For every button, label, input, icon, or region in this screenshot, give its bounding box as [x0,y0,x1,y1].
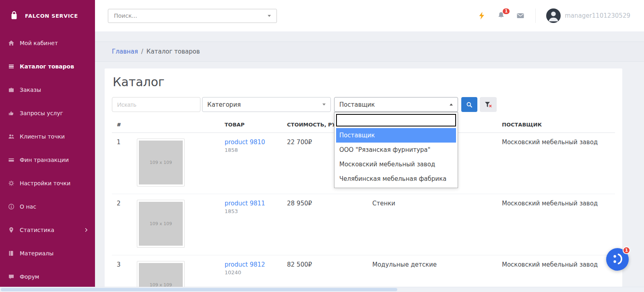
main-content: Главная / Каталог товаров Каталог Катего… [95,31,644,292]
product-link[interactable]: product 9812 [225,261,265,268]
global-search-placeholder: Поиск... [114,12,137,19]
messages-envelope-icon[interactable] [516,11,525,20]
dropdown-option[interactable]: Поставщик [336,128,456,143]
global-search-select[interactable]: Поиск... [108,9,277,23]
sidebar-item-about[interactable]: О нас [0,195,95,218]
supplier-dropdown-options: Поставщик ООО "Рязанская фурнитура" Моск… [336,128,456,186]
product-image[interactable]: 109 x 109 [137,200,185,248]
topbar-divider [535,8,536,23]
supplier-select[interactable]: Поставщик [334,97,458,112]
product-link[interactable]: product 9810 [225,139,265,146]
supplier-dropdown-search-input[interactable] [336,114,456,126]
row-num: 1 [112,133,132,194]
catalog-search-input[interactable] [112,97,200,112]
dropdown-option[interactable]: Челябинская мебельная фабрика [336,172,456,186]
topbar: Поиск... 1 manager1101230529 [95,0,644,31]
supplier-select-value: Поставщик [339,101,375,108]
category-select-value: Категория [207,101,241,108]
sidebar-item-label: Форум [20,273,39,280]
horizontal-scrollbar-thumb[interactable] [1,288,397,291]
apply-filters-button[interactable] [461,97,477,112]
catalog-card: Каталог Категория Поставщик Поставщи [105,68,622,292]
gear-icon [8,180,14,186]
product-price: 28 950₽ [282,194,367,255]
lightning-icon[interactable] [477,11,486,20]
users-icon [8,133,14,140]
sidebar-nav: Мой кабинет Каталог товаров Заказы Запро… [0,31,95,288]
book-icon [8,250,14,257]
pin-icon [8,227,14,233]
sidebar-item-label: Фин транзакции [20,157,69,163]
notifications-badge: 1 [503,8,510,14]
sidebar-item-label: Настройки точки [20,180,70,186]
filter-clear-icon [485,101,492,108]
sidebar-item-label: Материалы [20,250,54,257]
category-select[interactable]: Категория [202,97,331,112]
username: manager1101230529 [565,12,630,19]
column-header-supplier: ПОСТАВЩИК [497,117,615,133]
sidebar-item-statistics[interactable]: Статистика [0,218,95,242]
column-header-image [132,117,220,133]
briefcase-icon [8,87,14,93]
column-header-num: # [112,117,132,133]
table-row: 2 109 x 109 product 98111853 28 950₽ Сте… [112,194,615,255]
breadcrumb-current: Каталог товаров [147,48,200,55]
image-placeholder: 109 x 109 [139,141,183,184]
sidebar-item-label: Статистика [20,227,54,233]
sidebar-item-my-cabinet[interactable]: Мой кабинет [0,31,95,55]
catalog-filters: Категория Поставщик Поставщик ООО "Рязан… [112,97,615,112]
sidebar-item-forum[interactable]: Форум [0,265,95,288]
chevron-up-icon [450,104,453,106]
info-icon [8,203,14,210]
breadcrumb: Главная / Каталог товаров [95,41,644,62]
sidebar-item-label: Клиенты точки [20,133,65,140]
chat-widget-badge: 1 [623,246,630,254]
product-image[interactable]: 109 x 109 [137,139,185,186]
chevron-down-icon [322,104,326,106]
sidebar-item-materials[interactable]: Материалы [0,242,95,265]
sidebar-item-label: Заказы [20,87,41,93]
product-code: 10240 [225,269,277,275]
topbar-actions: 1 manager1101230529 [477,8,644,23]
breadcrumb-separator: / [141,48,143,55]
product-code: 1853 [225,208,277,214]
notifications-bell-icon[interactable]: 1 [497,11,506,20]
dropdown-option[interactable]: ООО "Рязанская фурнитура" [336,143,456,157]
chevron-down-icon [268,15,271,17]
clear-filters-button[interactable] [480,97,497,112]
page-title: Каталог [113,75,615,89]
column-header-product: ТОВАР [220,117,282,133]
chat-widget-button[interactable]: 1 [606,248,629,271]
chat-bubble-icon [8,273,14,280]
sidebar-item-label: Мой кабинет [20,40,58,46]
brand[interactable]: FALCON SERVICE [0,0,95,31]
image-placeholder: 109 x 109 [139,202,183,246]
product-link[interactable]: product 9811 [225,200,265,207]
sidebar-item-label: Запросы услуг [20,110,63,116]
search-icon [466,101,473,108]
sidebar-item-fin-transactions[interactable]: Фин транзакции [0,148,95,172]
dropdown-option[interactable]: Московский мебельный завод [336,157,456,172]
product-code: 1858 [225,147,277,153]
row-num: 2 [112,194,132,255]
list-icon [8,63,14,70]
credit-card-icon [8,157,14,163]
brand-name: FALCON SERVICE [25,13,78,19]
product-supplier: Московский мебельный завод [497,133,615,194]
sidebar-item-orders[interactable]: Заказы [0,78,95,101]
sidebar-item-catalog[interactable]: Каталог товаров [0,55,95,78]
product-supplier: Московский мебельный завод [497,194,615,255]
sidebar-item-service-requests[interactable]: Запросы услуг [0,101,95,125]
shopping-bag-icon [8,10,20,22]
sidebar-item-point-clients[interactable]: Клиенты точки [0,125,95,148]
sidebar: FALCON SERVICE Мой кабинет Каталог товар… [0,0,95,292]
sidebar-item-label: Каталог товаров [20,63,74,70]
home-icon [8,40,14,46]
sidebar-item-point-settings[interactable]: Настройки точки [0,172,95,195]
product-category: Стенки [367,194,497,255]
hand-icon [8,110,14,116]
horizontal-scrollbar[interactable] [0,287,644,292]
user-menu[interactable]: manager1101230529 [546,8,630,23]
sidebar-item-label: О нас [20,203,36,210]
breadcrumb-home-link[interactable]: Главная [112,48,138,55]
